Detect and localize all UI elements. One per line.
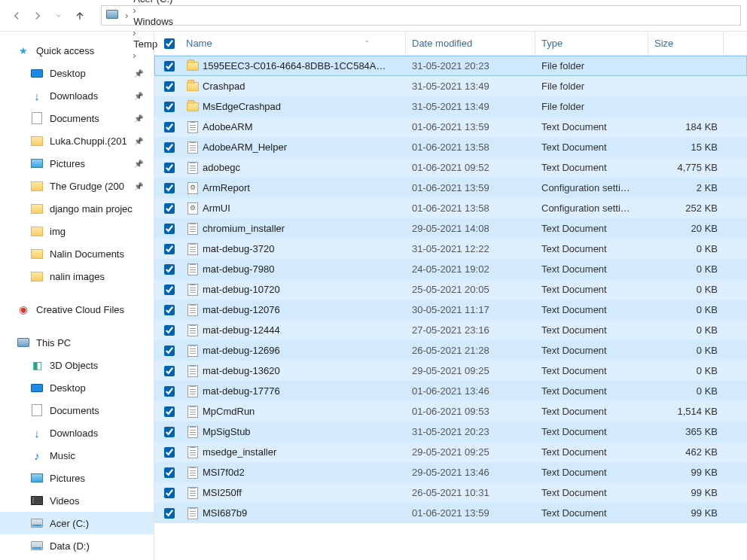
- file-name-cell[interactable]: MSI250ff: [180, 486, 406, 500]
- row-checkbox[interactable]: [157, 303, 180, 318]
- nav-up-button[interactable]: [69, 5, 90, 26]
- file-row[interactable]: MsEdgeCrashpad31-05-2021 13:49File folde…: [154, 96, 747, 117]
- file-row[interactable]: ArmReport01-06-2021 13:59Configuration s…: [154, 178, 747, 198]
- row-checkbox[interactable]: [157, 160, 180, 175]
- file-name-cell[interactable]: 1595EEC3-C016-4664-8DBB-1CC584A…: [180, 59, 406, 73]
- nav-recent-dropdown[interactable]: [48, 5, 69, 26]
- file-row[interactable]: mat-debug-1777601-06-2021 13:46Text Docu…: [154, 381, 747, 401]
- file-name-cell[interactable]: mat-debug-13620: [180, 364, 406, 378]
- creative-cloud-item[interactable]: ◉ Creative Cloud Files: [0, 298, 154, 321]
- row-checkbox[interactable]: [157, 323, 180, 338]
- file-row[interactable]: mat-debug-1244427-05-2021 23:16Text Docu…: [154, 320, 747, 340]
- sidebar-item-luka-chuppi-201[interactable]: Luka.Chuppi.(201📌: [0, 129, 154, 152]
- address-bar[interactable]: › This PC›Acer (C:)›Windows›Temp›: [101, 5, 741, 26]
- column-header-size[interactable]: Size: [648, 32, 724, 55]
- sidebar-item-the-grudge-200[interactable]: The Grudge (200📌: [0, 175, 154, 197]
- row-checkbox[interactable]: [157, 99, 180, 114]
- sidebar-item-desktop[interactable]: Desktop📌: [0, 62, 154, 84]
- file-row[interactable]: MSI687b901-06-2021 13:59Text Document99 …: [154, 503, 747, 523]
- file-row[interactable]: Crashpad31-05-2021 13:49File folder: [154, 76, 747, 96]
- row-checkbox[interactable]: [157, 465, 180, 480]
- column-header-type[interactable]: Type: [535, 32, 648, 55]
- row-checkbox[interactable]: [157, 181, 180, 196]
- file-name-cell[interactable]: msedge_installer: [180, 446, 406, 459]
- file-row[interactable]: mat-debug-372031-05-2021 12:22Text Docum…: [154, 239, 747, 259]
- file-row[interactable]: MpCmdRun01-06-2021 09:53Text Document1,5…: [154, 401, 747, 422]
- row-checkbox[interactable]: [157, 343, 180, 358]
- nav-back-button[interactable]: [6, 5, 27, 26]
- sidebar-item-nalin-images[interactable]: nalin images: [0, 265, 154, 288]
- row-checkbox[interactable]: [157, 425, 180, 440]
- file-name-cell[interactable]: chromium_installer: [180, 222, 406, 236]
- file-name-cell[interactable]: MSI7f0d2: [180, 466, 406, 479]
- this-pc-header[interactable]: This PC: [0, 331, 154, 354]
- file-row[interactable]: MpSigStub31-05-2021 20:23Text Document36…: [154, 422, 747, 442]
- row-checkbox[interactable]: [157, 120, 180, 135]
- quick-access-header[interactable]: ★ Quick access: [0, 39, 154, 62]
- file-row[interactable]: adobegc01-06-2021 09:52Text Document4,77…: [154, 157, 747, 178]
- file-row[interactable]: msedge_installer29-05-2021 09:25Text Doc…: [154, 442, 747, 462]
- file-row[interactable]: ArmUI01-06-2021 13:58Configuration setti…: [154, 198, 747, 218]
- file-name-cell[interactable]: MSI687b9: [180, 507, 406, 520]
- file-name-cell[interactable]: ArmUI: [180, 202, 406, 215]
- sidebar-item-downloads[interactable]: ↓Downloads: [0, 422, 154, 444]
- file-row[interactable]: MSI250ff26-05-2021 10:31Text Document99 …: [154, 482, 747, 503]
- sidebar-item-desktop[interactable]: Desktop: [0, 376, 154, 399]
- sidebar-item-downloads[interactable]: ↓Downloads📌: [0, 84, 154, 107]
- breadcrumb-acer-c-[interactable]: Acer (C:): [130, 0, 176, 5]
- file-row[interactable]: mat-debug-1072025-05-2021 20:05Text Docu…: [154, 279, 747, 300]
- row-checkbox[interactable]: [157, 201, 180, 216]
- file-row[interactable]: AdobeARM_Helper01-06-2021 13:58Text Docu…: [154, 137, 747, 157]
- sidebar-item-videos[interactable]: Videos: [0, 489, 154, 512]
- sidebar-item-music[interactable]: ♪Music: [0, 444, 154, 467]
- sidebar-item-pictures[interactable]: Pictures: [0, 467, 154, 489]
- row-checkbox[interactable]: [157, 364, 180, 379]
- file-name-cell[interactable]: mat-debug-17776: [180, 385, 406, 398]
- file-row[interactable]: mat-debug-1207630-05-2021 11:17Text Docu…: [154, 300, 747, 320]
- column-header-name[interactable]: Name ˄: [180, 32, 406, 55]
- row-checkbox[interactable]: [157, 506, 180, 521]
- column-header-date[interactable]: Date modified: [406, 32, 535, 55]
- file-row[interactable]: MSI7f0d229-05-2021 13:46Text Document99 …: [154, 462, 747, 482]
- nav-forward-button[interactable]: [27, 5, 48, 26]
- file-row[interactable]: chromium_installer29-05-2021 14:08Text D…: [154, 218, 747, 239]
- file-name-cell[interactable]: mat-debug-12076: [180, 303, 406, 317]
- file-row[interactable]: AdobeARM01-06-2021 13:59Text Document184…: [154, 117, 747, 137]
- row-checkbox[interactable]: [157, 485, 180, 501]
- sidebar-item-documents[interactable]: Documents📌: [0, 107, 154, 129]
- row-checkbox[interactable]: [157, 140, 180, 155]
- file-name-cell[interactable]: mat-debug-10720: [180, 283, 406, 297]
- row-checkbox[interactable]: [157, 79, 180, 94]
- row-checkbox[interactable]: [157, 404, 180, 419]
- breadcrumb-windows[interactable]: Windows: [130, 16, 176, 27]
- sidebar-item-documents[interactable]: Documents: [0, 399, 154, 422]
- sidebar-item-pictures[interactable]: Pictures📌: [0, 152, 154, 175]
- file-name-cell[interactable]: MsEdgeCrashpad: [180, 100, 406, 114]
- row-checkbox[interactable]: [157, 242, 180, 257]
- file-name-cell[interactable]: mat-debug-7980: [180, 263, 406, 276]
- file-name-cell[interactable]: MpCmdRun: [180, 405, 406, 418]
- file-name-cell[interactable]: adobegc: [180, 161, 406, 175]
- file-name-cell[interactable]: AdobeARM_Helper: [180, 141, 406, 154]
- sidebar-item-data-d-[interactable]: Data (D:): [0, 534, 154, 557]
- sidebar-item-nalin-documents[interactable]: Nalin Documents: [0, 242, 154, 265]
- sidebar-item-acer-c-[interactable]: Acer (C:): [0, 512, 154, 534]
- row-checkbox[interactable]: [157, 59, 180, 74]
- sidebar-item-django-main-projec[interactable]: django main projec: [0, 197, 154, 220]
- file-row[interactable]: mat-debug-798024-05-2021 19:02Text Docum…: [154, 259, 747, 279]
- file-name-cell[interactable]: AdobeARM: [180, 120, 406, 134]
- select-all-checkbox[interactable]: [157, 32, 180, 55]
- row-checkbox[interactable]: [157, 262, 180, 277]
- file-row[interactable]: mat-debug-1362029-05-2021 09:25Text Docu…: [154, 361, 747, 381]
- file-name-cell[interactable]: mat-debug-3720: [180, 242, 406, 256]
- sidebar-item-img[interactable]: img: [0, 220, 154, 242]
- file-row[interactable]: 1595EEC3-C016-4664-8DBB-1CC584A…31-05-20…: [154, 56, 747, 76]
- file-name-cell[interactable]: mat-debug-12444: [180, 324, 406, 337]
- row-checkbox[interactable]: [157, 445, 180, 460]
- file-name-cell[interactable]: MpSigStub: [180, 425, 406, 439]
- row-checkbox[interactable]: [157, 282, 180, 297]
- file-name-cell[interactable]: mat-debug-12696: [180, 344, 406, 358]
- file-row[interactable]: mat-debug-1269626-05-2021 21:28Text Docu…: [154, 340, 747, 361]
- row-checkbox[interactable]: [157, 384, 180, 399]
- chevron-right-icon[interactable]: ›: [123, 10, 130, 21]
